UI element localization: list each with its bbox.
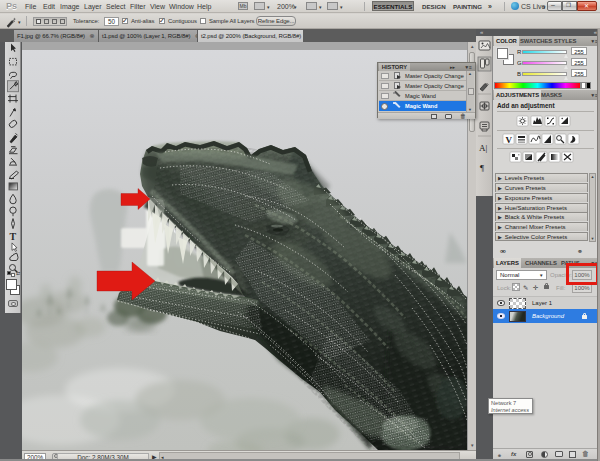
svg-text:¶: ¶ <box>480 163 484 173</box>
svg-text:A|: A| <box>479 143 487 153</box>
svg-text:T: T <box>10 231 17 242</box>
svg-text:V: V <box>506 135 513 145</box>
